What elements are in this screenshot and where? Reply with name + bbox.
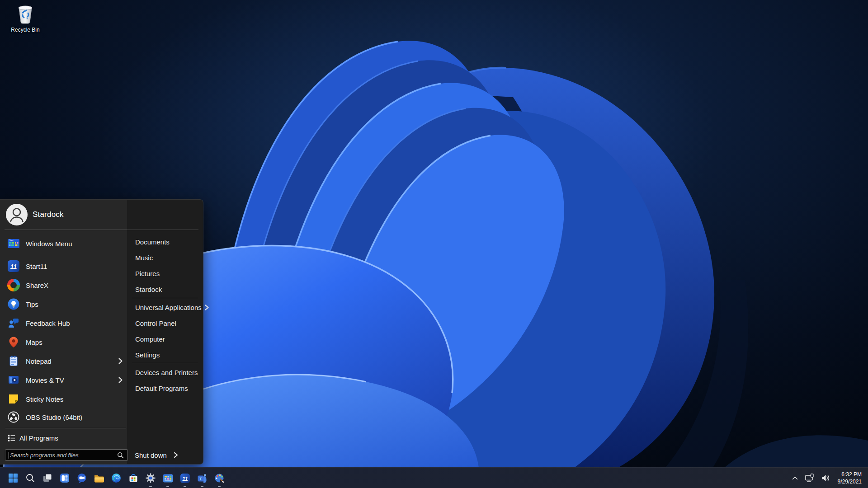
- sharex-icon: [7, 279, 20, 291]
- menu-item-label: Tips: [26, 300, 38, 308]
- menu-item-stardock-folder[interactable]: Stardock: [127, 282, 203, 297]
- all-programs-icon: [8, 434, 15, 442]
- menu-item-sharex[interactable]: ShareX: [0, 276, 127, 295]
- menu-item-devices-and-printers[interactable]: Devices and Printers: [127, 365, 203, 380]
- windows-menu-icon: Start: [7, 237, 20, 250]
- menu-item-computer[interactable]: Computer: [127, 331, 203, 347]
- taskbar-clock[interactable]: 6:32 PM 9/29/2021: [836, 471, 862, 485]
- svg-text:T: T: [199, 477, 202, 481]
- recycle-bin-icon: [16, 3, 35, 26]
- notepad-icon: [7, 355, 20, 367]
- paint-button[interactable]: [211, 468, 228, 488]
- widgets-button[interactable]: [56, 468, 73, 488]
- maps-icon: [7, 336, 20, 348]
- menu-item-label: Music: [135, 254, 153, 262]
- clock-date: 9/29/2021: [838, 478, 862, 485]
- menu-item-universal-applications[interactable]: Universal Applications: [127, 300, 203, 315]
- menu-item-tips[interactable]: Tips: [0, 295, 127, 314]
- menu-item-start11[interactable]: 11 Start11: [0, 257, 127, 276]
- chevron-right-icon: [174, 452, 178, 458]
- menu-item-label: ShareX: [26, 282, 48, 289]
- taskbar-search-button[interactable]: [22, 468, 39, 488]
- menu-item-notepad[interactable]: Notepad: [0, 352, 127, 371]
- menu-item-music[interactable]: Music: [127, 250, 203, 265]
- menu-item-label: Maps: [26, 338, 42, 346]
- tray-expand-button[interactable]: [791, 474, 799, 482]
- menu-item-feedback-hub[interactable]: Feedback Hub: [0, 314, 127, 333]
- menu-item-windows-menu[interactable]: Start Windows Menu: [0, 234, 127, 253]
- menu-item-default-programs[interactable]: Default Programs: [127, 380, 203, 396]
- network-tray-button[interactable]: [803, 472, 816, 484]
- volume-tray-button[interactable]: [820, 472, 832, 484]
- speaker-icon: [821, 474, 830, 483]
- teams-icon: T: [197, 473, 208, 483]
- windows-menu-tile-icon: [162, 473, 174, 484]
- menu-item-label: Universal Applications: [135, 304, 202, 311]
- start-button[interactable]: [5, 468, 22, 488]
- person-icon: [6, 204, 28, 225]
- right-column-divider: [132, 363, 198, 363]
- start11-icon: 11: [179, 473, 191, 484]
- menu-item-label: Settings: [135, 351, 160, 359]
- file-explorer-button[interactable]: [90, 468, 108, 488]
- menu-item-sticky-notes[interactable]: Sticky Notes: [0, 389, 127, 408]
- gear-icon: [145, 473, 156, 483]
- user-name: Stardock: [33, 200, 64, 230]
- menu-item-movies-tv[interactable]: Movies & TV: [0, 371, 127, 389]
- user-avatar[interactable]: [6, 204, 28, 225]
- chat-icon: [76, 473, 87, 483]
- menu-item-pictures[interactable]: Pictures: [127, 266, 203, 281]
- search-input[interactable]: [10, 450, 114, 460]
- start-search-box[interactable]: [5, 449, 128, 461]
- menu-item-label: Devices and Printers: [135, 369, 198, 376]
- menu-item-maps[interactable]: Maps: [0, 333, 127, 352]
- left-column-divider: [5, 428, 126, 428]
- menu-item-label: Pictures: [135, 270, 160, 277]
- taskbar-icons: 11 T: [5, 468, 228, 488]
- shutdown-button[interactable]: Shut down: [127, 449, 203, 461]
- menu-item-label: Start11: [26, 263, 47, 270]
- chat-button[interactable]: [73, 468, 90, 488]
- menu-item-label: Movies & TV: [26, 376, 64, 384]
- windows-menu-app-button[interactable]: [159, 468, 176, 488]
- text-cursor: [9, 452, 9, 459]
- task-view-button[interactable]: [39, 468, 56, 488]
- recycle-bin-label: Recycle Bin: [11, 27, 39, 33]
- obs-studio-icon: [7, 411, 20, 423]
- store-button[interactable]: [125, 468, 142, 488]
- edge-icon: [111, 473, 122, 483]
- start11-app-button[interactable]: 11: [176, 468, 193, 488]
- windows-logo-icon: [8, 473, 19, 483]
- chevron-up-icon: [792, 476, 798, 480]
- menu-item-label: Computer: [135, 335, 165, 343]
- teams-button[interactable]: T: [193, 468, 211, 488]
- all-programs-label: All Programs: [19, 434, 58, 442]
- desktop-icon-recycle-bin[interactable]: Recycle Bin: [9, 3, 42, 33]
- system-tray: 6:32 PM 9/29/2021: [791, 468, 868, 488]
- menu-item-label: Documents: [135, 238, 170, 246]
- menu-item-label: Notepad: [26, 357, 52, 365]
- network-icon: [805, 474, 814, 483]
- chevron-right-icon: [118, 358, 123, 364]
- feedback-hub-icon: [7, 317, 20, 329]
- header-divider: [5, 230, 198, 230]
- settings-button[interactable]: [142, 468, 159, 488]
- desktop-screen: Recycle Bin Stardock Start Windows Menu: [0, 0, 868, 488]
- menu-item-label: Sticky Notes: [26, 395, 63, 403]
- menu-item-label: Feedback Hub: [26, 319, 70, 327]
- svg-text:11: 11: [182, 475, 188, 482]
- menu-item-documents[interactable]: Documents: [127, 234, 203, 249]
- menu-item-settings[interactable]: Settings: [127, 347, 203, 362]
- clock-time: 6:32 PM: [838, 471, 862, 478]
- menu-item-label: Control Panel: [135, 319, 176, 327]
- edge-button[interactable]: [108, 468, 125, 488]
- menu-item-obs-studio[interactable]: OBS Studio (64bit): [0, 408, 127, 427]
- start-menu-user-header[interactable]: Stardock: [0, 200, 203, 230]
- magnifier-icon: [117, 452, 124, 460]
- start11-icon: 11: [7, 260, 20, 272]
- all-programs-button[interactable]: All Programs: [0, 432, 127, 444]
- menu-item-label: Windows Menu: [26, 240, 72, 248]
- movies-tv-icon: [7, 374, 20, 386]
- menu-item-control-panel[interactable]: Control Panel: [127, 315, 203, 331]
- task-view-icon: [42, 473, 53, 483]
